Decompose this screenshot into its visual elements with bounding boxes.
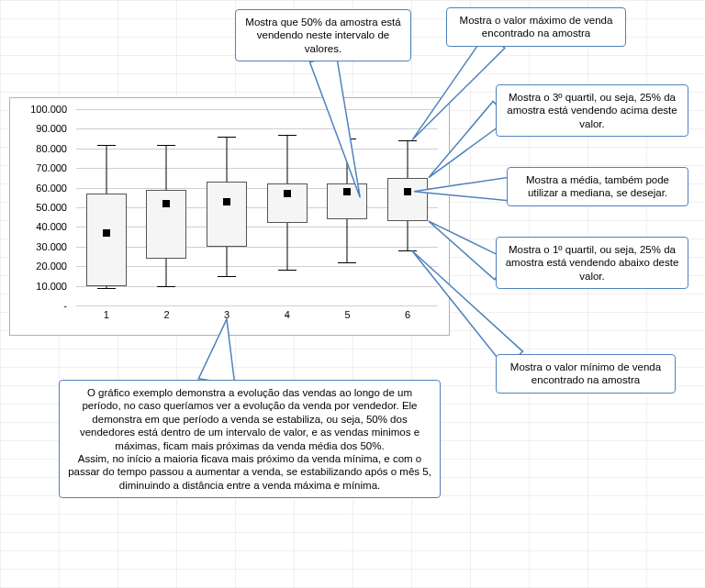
y-tick-label: 40.000	[36, 221, 67, 232]
y-tick-label: 30.000	[36, 241, 67, 252]
callout-q3: Mostra o 3º quartil, ou seja, 25% da amo…	[496, 84, 688, 137]
x-tick-label: 6	[405, 309, 410, 320]
box-slot	[257, 109, 318, 305]
mean-marker	[103, 229, 110, 237]
x-tick-label: 3	[224, 309, 229, 320]
box-slot	[318, 109, 378, 305]
callout-min: Mostra o valor mínimo de venda encontrad…	[496, 354, 676, 394]
boxplot-chart: -10.00020.00030.00040.00050.00060.00070.…	[9, 97, 450, 336]
box-slot	[137, 109, 197, 305]
box	[207, 182, 247, 247]
plot-area	[76, 109, 438, 305]
callout-mean: Mostra a média, também pode utilizar a m…	[507, 167, 688, 206]
y-tick-label: 80.000	[36, 143, 67, 154]
callout-max: Mostra o valor máximo de venda encontrad…	[446, 7, 626, 47]
x-tick-label: 2	[163, 309, 169, 320]
mean-marker	[162, 200, 170, 207]
box-slot	[196, 109, 257, 305]
y-tick-label: 70.000	[36, 162, 67, 173]
x-tick-label: 5	[344, 309, 350, 320]
box	[86, 194, 127, 286]
mean-marker	[343, 188, 351, 195]
x-axis: 123456	[76, 309, 438, 326]
box-slot	[377, 109, 438, 305]
y-axis: -10.00020.00030.00040.00050.00060.00070.…	[25, 109, 71, 305]
callout-iqr: Mostra que 50% da amostra está vendendo …	[235, 9, 411, 61]
x-tick-label: 4	[285, 309, 290, 320]
box	[387, 178, 428, 221]
callout-q1: Mostra o 1º quartil, ou seja, 25% da amo…	[496, 237, 688, 289]
y-tick-label: 90.000	[36, 123, 67, 134]
mean-marker	[223, 198, 230, 205]
callout-explain: O gráfico exemplo demonstra a evolução d…	[59, 380, 441, 498]
y-tick-label: 20.000	[36, 261, 67, 272]
y-tick-label: 50.000	[36, 202, 67, 213]
y-tick-label: -	[63, 300, 67, 311]
mean-marker	[404, 188, 411, 195]
y-tick-label: 60.000	[36, 183, 67, 194]
x-tick-label: 1	[104, 309, 109, 320]
plot-wrap	[76, 109, 438, 305]
y-tick-label: 10.000	[36, 281, 67, 292]
box-slot	[76, 109, 137, 305]
worksheet: -10.00020.00030.00040.00050.00060.00070.…	[0, 0, 705, 588]
mean-marker	[284, 190, 291, 197]
y-tick-label: 100.000	[30, 104, 67, 115]
